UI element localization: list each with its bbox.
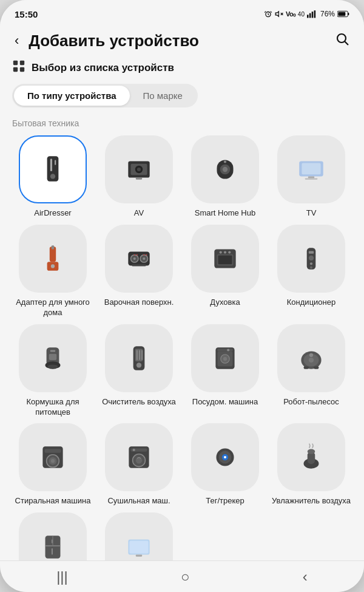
device-item-av[interactable]: AV [98,135,180,219]
svg-rect-68 [141,350,143,360]
tab-by-type[interactable]: По типу устройства [14,86,130,106]
svg-point-41 [143,257,145,260]
svg-rect-31 [308,176,314,178]
svg-point-27 [223,167,228,172]
svg-rect-49 [218,256,232,265]
svg-point-55 [309,256,314,260]
svg-point-40 [133,257,136,260]
device-label-ac: Кондиционер [287,298,335,308]
device-label-cooktop: Варочная поверхн. [104,298,174,308]
svg-rect-60 [50,350,55,352]
svg-point-28 [224,160,226,163]
device-icon-wrap-humidifier [277,423,345,491]
status-time: 15:50 [15,9,38,19]
svg-line-11 [345,42,349,46]
svg-rect-3 [307,15,309,18]
nav-home-button[interactable]: ||| [42,563,83,590]
device-label-humidifier: Увлажнитель воздуха [272,496,351,506]
svg-rect-79 [314,366,318,369]
device-label-oven: Духовка [210,298,240,308]
svg-point-51 [224,251,226,253]
search-button[interactable] [332,29,352,52]
svg-rect-78 [304,366,309,369]
device-icon-wrap-washer [19,423,87,491]
device-item-washer[interactable]: Стиральная машина [12,423,93,506]
svg-point-36 [51,264,55,268]
device-item-adapter[interactable]: Адаптер для умного дома [12,225,93,318]
device-item-tv[interactable]: TV [271,135,352,219]
svg-rect-22 [136,178,142,180]
device-grid: AirDresser AV [12,135,352,560]
svg-point-24 [137,168,141,171]
device-icon-wrap-adapter [19,225,87,293]
device-label-dishwasher: Посудом. машина [192,397,258,407]
device-item-fridge[interactable]: Холодильник [12,512,93,560]
device-item-ac[interactable]: Кондиционер [271,225,352,318]
device-label-adapter: Адаптер для умного дома [12,298,93,318]
svg-rect-13 [20,61,24,65]
device-icon-wrap-airdresser [19,135,87,203]
svg-point-88 [133,449,135,451]
device-item-petfeeder[interactable]: Кормушка для питомцев [12,324,93,418]
device-item-humidifier[interactable]: Увлажнитель воздуха [271,423,352,506]
svg-point-56 [310,262,312,265]
svg-point-44 [136,254,138,256]
device-icon-wrap-petfeeder [19,324,87,392]
toggle-tabs: По типу устройства По марке [12,84,198,107]
svg-point-43 [134,254,135,256]
device-label-petfeeder: Кормушка для питомцев [12,397,93,418]
device-item-cooktop[interactable]: Варочная поверхн. [98,225,180,318]
svg-point-50 [220,251,222,253]
svg-rect-32 [305,179,318,180]
svg-rect-17 [50,158,52,171]
device-item-oven[interactable]: Духовка [184,225,266,318]
device-icon-wrap-cooktop [105,225,173,293]
svg-rect-15 [20,67,24,72]
back-button[interactable]: ‹ [12,30,21,51]
device-item-dishwasher[interactable]: Посудом. машина [184,324,266,418]
svg-point-57 [310,266,312,268]
svg-point-77 [309,353,313,356]
svg-point-90 [136,457,142,463]
status-bar: 15:50 Vo₀ 40 76% [0,0,364,24]
svg-rect-54 [309,251,314,253]
device-icon-wrap-smarthomehub [191,135,259,203]
device-icon-wrap-fridge [19,512,87,560]
svg-point-74 [223,357,227,361]
device-item-dryer[interactable]: Сушильная маш. [98,423,180,506]
nav-back-button[interactable]: ‹ [288,563,322,590]
grid-icon [12,60,25,77]
nav-circle-button[interactable]: ○ [166,563,204,590]
device-item-screen[interactable]: Экран [98,512,180,560]
tab-by-brand[interactable]: По марке [130,86,196,106]
svg-rect-101 [52,548,53,554]
device-icon-wrap-dryer [105,423,173,491]
device-icon-wrap-tv [277,135,345,203]
svg-point-62 [48,364,58,368]
device-icon-wrap-screen [105,512,173,560]
svg-rect-66 [136,350,138,360]
svg-rect-6 [314,10,316,18]
device-item-robotvacuum[interactable]: Робот-пылесос [271,324,352,418]
svg-rect-104 [129,541,148,554]
svg-rect-61 [49,353,56,359]
device-item-tracker[interactable]: Тег/трекер [184,423,266,506]
device-label-smarthomehub: Smart Home Hub [195,208,255,219]
device-label-tv: TV [306,208,317,219]
svg-point-46 [146,254,147,256]
device-item-smarthomehub[interactable]: Smart Home Hub [184,135,266,219]
svg-rect-9 [338,12,345,16]
device-item-airdresser[interactable]: AirDresser [12,135,93,219]
svg-rect-105 [136,555,142,557]
svg-point-72 [227,349,229,351]
svg-rect-82 [44,449,61,453]
device-label-washer: Стиральная машина [15,496,91,506]
svg-rect-42 [132,264,146,266]
device-item-airpurifier[interactable]: Очиститель воздуха [98,324,180,418]
svg-point-52 [228,251,231,253]
device-label-robotvacuum: Робот-пылесос [283,397,339,407]
top-bar: ‹ Добавить устройство [0,24,364,60]
svg-rect-67 [139,350,140,360]
device-icon-wrap-tracker [191,423,259,491]
section-title: Выбор из списка устройств [32,62,174,74]
